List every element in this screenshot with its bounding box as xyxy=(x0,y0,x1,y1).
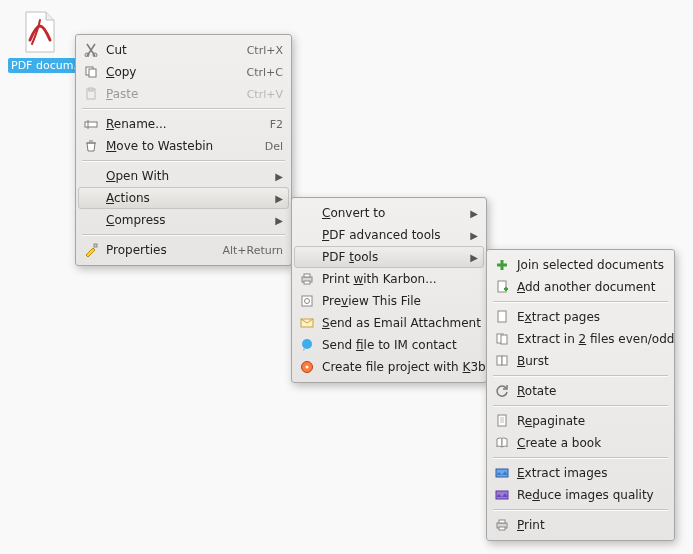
image-reduce-icon xyxy=(493,487,511,503)
menu-label: Extract pages xyxy=(517,310,666,324)
submenu-arrow-icon: ▶ xyxy=(468,208,478,219)
svg-point-17 xyxy=(302,339,312,349)
pdf-tools-submenu: Join selected documents Add another docu… xyxy=(486,249,675,541)
menu-label: Cut xyxy=(106,43,229,57)
menu-item-send-email[interactable]: Send as Email Attachment xyxy=(294,312,484,334)
rename-icon xyxy=(82,116,100,132)
menu-item-send-im[interactable]: Send file to IM contact xyxy=(294,334,484,356)
menu-item-join[interactable]: Join selected documents xyxy=(489,254,672,276)
menu-item-print[interactable]: Print xyxy=(489,514,672,536)
menu-item-pdf-advanced-tools[interactable]: PDF advanced tools ▶ xyxy=(294,224,484,246)
preview-icon xyxy=(298,293,316,309)
menu-item-open-with[interactable]: Open With ▶ xyxy=(78,165,289,187)
submenu-arrow-icon: ▶ xyxy=(468,230,478,241)
menu-shortcut: Alt+Return xyxy=(222,244,283,257)
menu-label: Paste xyxy=(106,87,229,101)
menu-shortcut: Del xyxy=(265,140,283,153)
menu-label: PDF tools xyxy=(322,250,454,264)
menu-item-extract-images[interactable]: Extract images xyxy=(489,462,672,484)
context-menu: Cut Ctrl+X Copy Ctrl+C Paste Ctrl+V Rena… xyxy=(75,34,292,266)
menu-label: Actions xyxy=(106,191,259,205)
svg-rect-13 xyxy=(304,281,310,284)
submenu-arrow-icon: ▶ xyxy=(273,193,283,204)
svg-rect-12 xyxy=(304,274,310,277)
page-icon xyxy=(493,309,511,325)
menu-item-add-document[interactable]: Add another document xyxy=(489,276,672,298)
printer-icon xyxy=(493,517,511,533)
menu-label: Repaginate xyxy=(517,414,666,428)
menu-label: Reduce images quality xyxy=(517,488,666,502)
menu-label: PDF advanced tools xyxy=(322,228,454,242)
svg-rect-37 xyxy=(499,520,505,523)
menu-item-burst[interactable]: Burst xyxy=(489,350,672,372)
menu-item-convert-to[interactable]: Convert to ▶ xyxy=(294,202,484,224)
copy-icon xyxy=(82,64,100,80)
menu-item-properties[interactable]: Properties Alt+Return xyxy=(78,239,289,261)
chat-icon xyxy=(298,337,316,353)
menu-item-cut[interactable]: Cut Ctrl+X xyxy=(78,39,289,61)
menu-label: Add another document xyxy=(517,280,666,294)
plus-icon xyxy=(493,257,511,273)
disc-icon xyxy=(298,359,316,375)
svg-rect-6 xyxy=(85,122,97,127)
menu-label: Move to Wastebin xyxy=(106,139,247,153)
pages-icon xyxy=(493,331,511,347)
menu-label: Burst xyxy=(517,354,666,368)
svg-rect-25 xyxy=(498,311,506,322)
menu-item-compress[interactable]: Compress ▶ xyxy=(78,209,289,231)
menu-separator xyxy=(82,160,285,162)
menu-label: Rename... xyxy=(106,117,252,131)
menu-item-rename[interactable]: Rename... F2 xyxy=(78,113,289,135)
menu-item-preview-file[interactable]: Preview This File xyxy=(294,290,484,312)
page-add-icon xyxy=(493,279,511,295)
menu-item-actions[interactable]: Actions ▶ xyxy=(78,187,289,209)
menu-separator xyxy=(82,234,285,236)
menu-label: Create file project with K3b xyxy=(322,360,486,374)
menu-item-repaginate[interactable]: Repaginate xyxy=(489,410,672,432)
menu-label: Join selected documents xyxy=(517,258,666,272)
menu-label: Extract in 2 files even/odd xyxy=(517,332,674,346)
burst-icon xyxy=(493,353,511,369)
menu-item-wastebin[interactable]: Move to Wastebin Del xyxy=(78,135,289,157)
menu-item-pdf-tools[interactable]: PDF tools ▶ xyxy=(294,246,484,268)
menu-item-copy[interactable]: Copy Ctrl+C xyxy=(78,61,289,83)
menu-shortcut: Ctrl+X xyxy=(247,44,283,57)
svg-rect-14 xyxy=(302,296,312,306)
menu-shortcut: Ctrl+C xyxy=(247,66,283,79)
cut-icon xyxy=(82,42,100,58)
desktop-file[interactable]: PDF docum… xyxy=(8,8,72,73)
menu-item-rotate[interactable]: Rotate xyxy=(489,380,672,402)
menu-label: Send file to IM contact xyxy=(322,338,478,352)
menu-separator xyxy=(493,375,668,377)
menu-item-reduce-images[interactable]: Reduce images quality xyxy=(489,484,672,506)
book-icon xyxy=(493,435,511,451)
menu-label: Convert to xyxy=(322,206,454,220)
svg-rect-3 xyxy=(89,69,96,77)
menu-separator xyxy=(493,457,668,459)
paste-icon xyxy=(82,86,100,102)
rotate-icon xyxy=(493,383,511,399)
menu-label: Extract images xyxy=(517,466,666,480)
menu-item-print-karbon[interactable]: Print with Karbon... xyxy=(294,268,484,290)
menu-item-create-book[interactable]: Create a book xyxy=(489,432,672,454)
actions-submenu: Convert to ▶ PDF advanced tools ▶ PDF to… xyxy=(291,197,487,383)
menu-label: Preview This File xyxy=(322,294,478,308)
mail-icon xyxy=(298,315,316,331)
svg-rect-28 xyxy=(497,356,502,365)
menu-label: Create a book xyxy=(517,436,666,450)
menu-label: Copy xyxy=(106,65,229,79)
image-icon xyxy=(493,465,511,481)
menu-separator xyxy=(493,405,668,407)
menu-item-k3b[interactable]: Create file project with K3b xyxy=(294,356,484,378)
submenu-arrow-icon: ▶ xyxy=(468,252,478,263)
menu-separator xyxy=(493,509,668,511)
svg-point-19 xyxy=(306,366,309,369)
menu-item-extract-pages[interactable]: Extract pages xyxy=(489,306,672,328)
menu-item-extract-even-odd[interactable]: Extract in 2 files even/odd xyxy=(489,328,672,350)
svg-rect-29 xyxy=(502,356,507,365)
submenu-arrow-icon: ▶ xyxy=(273,171,283,182)
properties-icon xyxy=(82,242,100,258)
menu-shortcut: F2 xyxy=(270,118,283,131)
menu-separator xyxy=(82,108,285,110)
menu-label: Compress xyxy=(106,213,259,227)
